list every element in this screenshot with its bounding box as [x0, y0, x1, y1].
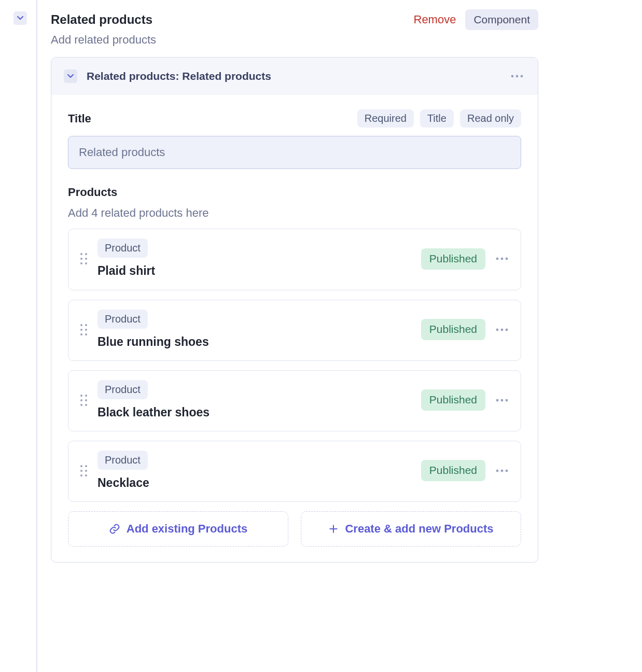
- create-add-new-products-button[interactable]: Create & add new Products: [301, 511, 521, 547]
- status-badge: Published: [421, 389, 485, 410]
- caret-down-icon: [17, 16, 23, 20]
- product-name: Plaid shirt: [97, 263, 412, 279]
- remove-link[interactable]: Remove: [414, 12, 456, 27]
- more-horizontal-icon: [496, 257, 508, 260]
- svg-point-12: [496, 469, 499, 472]
- svg-point-14: [506, 469, 508, 472]
- status-badge: Published: [421, 248, 485, 269]
- product-type-badge: Product: [97, 380, 148, 399]
- drag-handle-icon[interactable]: [79, 393, 88, 408]
- link-icon: [109, 523, 120, 535]
- svg-point-13: [501, 469, 504, 472]
- caret-down-icon: [67, 74, 74, 78]
- product-overflow-button[interactable]: [494, 250, 510, 267]
- more-horizontal-icon: [496, 469, 508, 472]
- product-card[interactable]: Product Necklace Published: [68, 441, 521, 502]
- status-badge: Published: [421, 460, 485, 481]
- outline-connector: [36, 0, 37, 672]
- product-card[interactable]: Product Plaid shirt Published: [68, 229, 521, 290]
- svg-point-1: [516, 75, 519, 78]
- section-title: Related products: [51, 11, 156, 28]
- svg-point-10: [501, 399, 504, 401]
- product-type-badge: Product: [97, 310, 148, 329]
- svg-point-9: [496, 399, 499, 401]
- drag-handle-icon[interactable]: [79, 464, 88, 478]
- title-field-label: Title: [68, 111, 91, 127]
- products-label: Products: [68, 185, 521, 200]
- svg-point-11: [506, 399, 508, 401]
- product-overflow-button[interactable]: [494, 392, 510, 409]
- more-horizontal-icon: [496, 328, 508, 331]
- product-card[interactable]: Product Blue running shoes Published: [68, 300, 521, 361]
- product-type-badge: Product: [97, 451, 148, 470]
- badge-readonly: Read only: [460, 109, 521, 128]
- drag-handle-icon[interactable]: [79, 251, 88, 266]
- more-horizontal-icon: [496, 399, 508, 402]
- svg-point-7: [501, 328, 504, 331]
- collapse-panel-button[interactable]: [64, 69, 77, 83]
- drag-handle-icon[interactable]: [79, 323, 88, 337]
- badge-required: Required: [357, 109, 414, 128]
- product-name: Blue running shoes: [97, 334, 412, 350]
- panel-overflow-button[interactable]: [509, 68, 525, 85]
- products-help: Add 4 related products here: [68, 205, 521, 221]
- svg-point-3: [496, 258, 499, 260]
- status-badge: Published: [421, 319, 485, 340]
- svg-point-4: [501, 258, 504, 260]
- svg-point-6: [496, 328, 499, 331]
- panel-title: Related products: Related products: [87, 69, 271, 83]
- component-badge: Component: [465, 9, 538, 30]
- svg-point-0: [511, 75, 514, 78]
- svg-point-5: [506, 258, 508, 260]
- plus-icon: [328, 524, 339, 534]
- product-overflow-button[interactable]: [494, 463, 510, 479]
- add-existing-products-button[interactable]: Add existing Products: [68, 511, 288, 547]
- section-subtitle: Add related products: [51, 32, 156, 48]
- more-horizontal-icon: [511, 75, 523, 78]
- product-card[interactable]: Product Black leather shoes Published: [68, 370, 521, 431]
- collapse-section-button[interactable]: [13, 11, 27, 25]
- product-type-badge: Product: [97, 239, 148, 258]
- badge-title: Title: [420, 109, 454, 128]
- product-overflow-button[interactable]: [494, 321, 510, 338]
- product-name: Black leather shoes: [97, 404, 412, 421]
- svg-point-8: [506, 328, 508, 331]
- product-name: Necklace: [97, 475, 412, 491]
- create-add-new-products-label: Create & add new Products: [345, 522, 493, 536]
- component-panel: Related products: Related products Title…: [51, 57, 538, 563]
- add-existing-products-label: Add existing Products: [127, 522, 247, 536]
- title-input: [68, 136, 521, 169]
- svg-point-2: [521, 75, 523, 78]
